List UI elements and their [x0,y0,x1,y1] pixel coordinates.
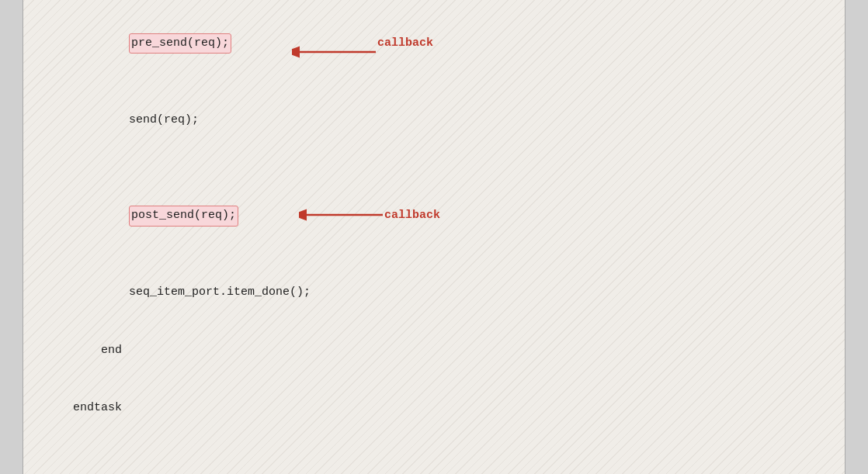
code-line-11: endtask [45,399,823,418]
pre-send-highlight: pre_send(req); [129,33,231,54]
callback-label-2: callback [384,206,440,226]
main-container: 在主操作行为前后嵌入简单的没有任何实质性的callback函数或者任务 简单的回… [23,0,845,474]
code-line-10: end [45,341,823,361]
code-line-post-send: post_send(req); callback [45,206,823,226]
arrow-pre-send [292,44,377,60]
code-line-7: send(req); [45,111,823,130]
callback-label-1: callback [377,34,433,54]
code-line-12 [45,456,823,474]
code-line-9: seq_item_port.item_done(); [45,283,823,303]
post-send-highlight: post_send(req); [129,206,238,227]
arrow-post-send [299,207,384,223]
code-line-pre-send: pre_send(req); callback [45,34,823,54]
code-block: class driver extends uvm_driver #(transa… [45,0,823,474]
